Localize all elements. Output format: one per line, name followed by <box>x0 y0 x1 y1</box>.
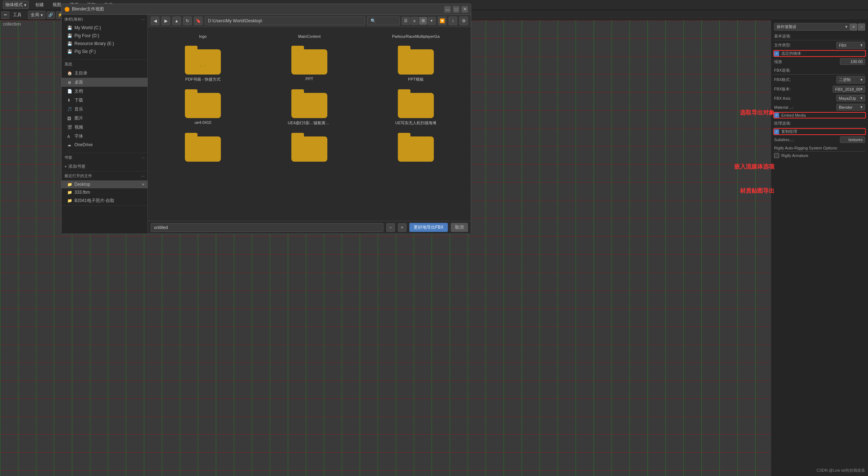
menu-create[interactable]: 创建 <box>33 1 46 9</box>
close-button[interactable]: ✕ <box>462 6 468 13</box>
volumes-header[interactable]: 体积(卷标) ··· <box>62 15 147 24</box>
path-bar[interactable]: D:\Users\My World\Desktop\ <box>205 17 365 25</box>
file-type-dropdown[interactable]: FBX ▾ <box>836 42 865 49</box>
copy-textures-checkbox[interactable] <box>774 129 779 134</box>
volume-f[interactable]: 💾 Pig Six (F:) <box>62 48 147 55</box>
settings-button[interactable]: ⚙ <box>459 17 468 25</box>
bookmark-add-button[interactable]: 🔖 <box>194 17 203 25</box>
back-button[interactable]: ◀ <box>151 17 159 25</box>
file-name-ue4-scene: UE4虚幻5影...'破船黄昏场景 <box>288 120 331 126</box>
view-options-button[interactable]: ▾ <box>428 17 436 25</box>
system-pictures[interactable]: 🖼 图片 <box>62 114 147 123</box>
cancel-button[interactable]: 取消 <box>451 223 468 232</box>
file-item-ue-drone[interactable]: UE写实无人机扫描海滩 <box>368 89 464 126</box>
add-bookmark-label: 添加书签 <box>68 163 86 170</box>
system-music[interactable]: 🎵 音乐 <box>62 105 147 114</box>
search-bar[interactable]: 🔍 <box>367 17 400 25</box>
refresh-button[interactable]: ↻ <box>183 17 192 25</box>
view-buttons: ☰ ≡ ⊞ ▾ <box>402 17 436 25</box>
system-fonts[interactable]: A 字体 <box>62 132 147 141</box>
drive-e-icon: 💾 <box>67 41 72 46</box>
fbx-version-dropdown[interactable]: FBX_2018_00 ▾ <box>833 86 865 93</box>
fbx-format-value: 二进制 <box>839 77 851 82</box>
annotation-embed-media-text: 嵌入流媒体选项 <box>734 163 774 171</box>
scale-label: 缩放 <box>774 59 782 64</box>
maximize-button[interactable]: □ <box>453 6 459 13</box>
recent-desktop[interactable]: 📁 Desktop ✕ <box>62 180 147 188</box>
system-home-label: 主目录 <box>74 70 87 76</box>
recent-333fbm[interactable]: 📁 333.fbm <box>62 188 147 196</box>
recent-header[interactable]: 最近打开的文件 ··· <box>62 171 147 180</box>
bookmarks-header[interactable]: 书签 ··· <box>62 153 147 162</box>
toolbar-tools-label[interactable]: 工具 <box>11 11 24 19</box>
volume-d[interactable]: 💾 Pig Four (D:) <box>62 32 147 40</box>
link-btn[interactable]: 🔗 <box>47 12 55 19</box>
up-button[interactable]: ▲ <box>172 17 181 25</box>
minus-button[interactable]: − <box>386 223 395 232</box>
selected-objects-row: 选定的物体 <box>774 51 865 56</box>
selected-objects-label: 选定的物体 <box>781 51 801 56</box>
recent-close-icon[interactable]: ✕ <box>142 183 145 187</box>
system-header[interactable]: 系统 <box>62 60 147 69</box>
forward-button[interactable]: ▶ <box>162 17 170 25</box>
minimize-button[interactable]: — <box>444 6 451 13</box>
documents-icon: 📄 <box>67 89 72 94</box>
file-item-10[interactable] <box>155 133 251 162</box>
folder-icon-ue-drone <box>398 89 434 118</box>
volume-c[interactable]: 💾 My World (C:) <box>62 24 147 32</box>
file-item-ppt-template[interactable]: PPT模板 <box>368 46 464 82</box>
system-desktop-label: 桌面 <box>74 79 83 85</box>
list-view-button[interactable]: ☰ <box>402 17 410 25</box>
file-item-11[interactable] <box>262 133 357 162</box>
system-documents[interactable]: 📄 文档 <box>62 87 147 96</box>
system-home[interactable]: 🏠 主目录 <box>62 69 147 78</box>
system-onedrive[interactable]: ☁ OneDrive <box>62 141 147 149</box>
file-type-row: 文件类型: FBX ▾ <box>774 42 865 49</box>
selected-objects-checkbox[interactable] <box>774 51 779 56</box>
subdir-value[interactable]: textures <box>840 136 865 143</box>
sort-button[interactable]: ↕ <box>449 17 457 25</box>
toolbar-tool-btn[interactable]: ✏ <box>1 12 9 19</box>
file-item-ue4-scene[interactable]: UE4虚幻5影...'破船黄昏场景 <box>262 89 357 126</box>
file-item-ppt[interactable]: PPT <box>262 46 357 82</box>
downloads-icon: ⬇ <box>67 98 72 103</box>
volumes-title: 体积(卷标) <box>64 17 83 22</box>
filter-button[interactable]: 🔽 <box>438 17 446 25</box>
preset-remove-button[interactable]: − <box>858 23 865 31</box>
scale-value[interactable]: 100.00 <box>840 58 865 65</box>
recent-photos[interactable]: 📁 B2041电子照片-自取 <box>62 196 147 205</box>
fbx-axis-dropdown[interactable]: MayaZUp ▾ <box>836 95 865 102</box>
embed-media-container: Embed Media <box>774 113 865 118</box>
file-item-12[interactable] <box>368 133 464 162</box>
preset-dropdown[interactable]: 操作项预设 ▾ <box>774 23 850 31</box>
fbx-axis-chevron-icon: ▾ <box>860 96 863 100</box>
file-item-ue4[interactable]: ue4-0410 <box>155 89 251 126</box>
file-name-ue4: ue4-0410 <box>195 120 212 125</box>
detail-view-button[interactable]: ≡ <box>410 17 418 25</box>
grid-view-button[interactable]: ⊞ <box>419 17 427 25</box>
fbx-axis-label: FBX Axis: <box>774 96 791 100</box>
plus-button[interactable]: + <box>398 223 406 232</box>
system-downloads[interactable]: ⬇ 下载 <box>62 96 147 105</box>
export-button[interactable]: 更好地导出FBX <box>409 223 448 232</box>
volume-e[interactable]: 💾 Resource library (E:) <box>62 40 147 48</box>
volumes-dots-icon: ··· <box>141 17 145 22</box>
file-item-pdf[interactable]: ↩ PDF书籍 - 快捷方式 <box>155 46 251 82</box>
embed-media-checkbox[interactable] <box>774 113 779 118</box>
drive-f-icon: 💾 <box>67 49 72 54</box>
filename-input[interactable] <box>151 223 383 232</box>
fbx-format-dropdown[interactable]: 二进制 ▾ <box>836 76 865 84</box>
recent-section: 最近打开的文件 ··· 📁 Desktop ✕ 📁 333.fbm 📁 B <box>62 171 147 206</box>
material-dropdown[interactable]: Blender ▾ <box>836 104 865 111</box>
file-type-label: 文件类型: <box>774 42 791 48</box>
system-videos[interactable]: 🎬 视频 <box>62 123 147 132</box>
system-section: 系统 🏠 主目录 🖥 桌面 📄 文档 ⬇ 下载 <box>62 60 147 153</box>
system-desktop[interactable]: 🖥 桌面 <box>62 78 147 87</box>
view-dropdown[interactable]: 全局 ▾ <box>28 11 45 19</box>
file-type-value: FBX <box>839 43 846 48</box>
system-onedrive-label: OneDrive <box>74 142 93 147</box>
mode-dropdown[interactable]: 物体模式 ▾ <box>3 1 29 9</box>
preset-add-button[interactable]: + <box>850 23 857 31</box>
rigify-armature-checkbox[interactable] <box>774 153 779 158</box>
add-bookmark-btn[interactable]: + 添加书签 <box>62 162 147 171</box>
